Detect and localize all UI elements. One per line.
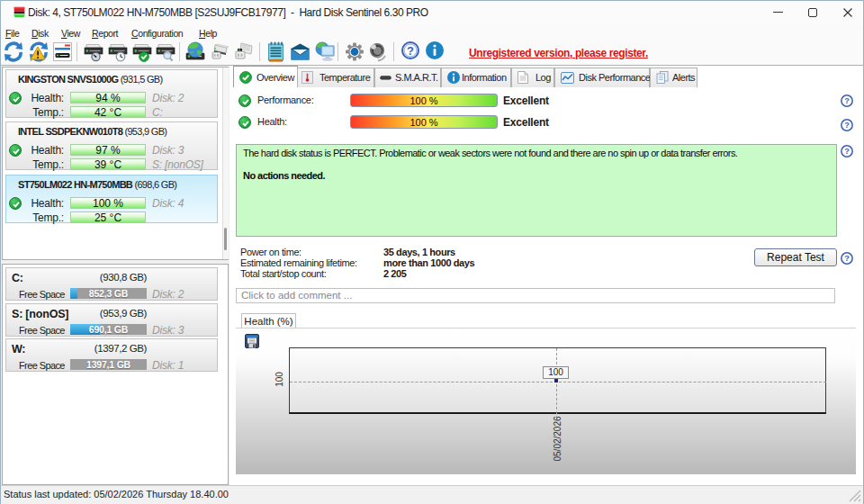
svg-text:?: ?	[844, 147, 850, 156]
svg-text:?: ?	[844, 254, 850, 263]
svg-text:?: ?	[844, 121, 850, 130]
svg-text:?: ?	[844, 96, 850, 105]
svg-text:?: ?	[407, 44, 414, 58]
